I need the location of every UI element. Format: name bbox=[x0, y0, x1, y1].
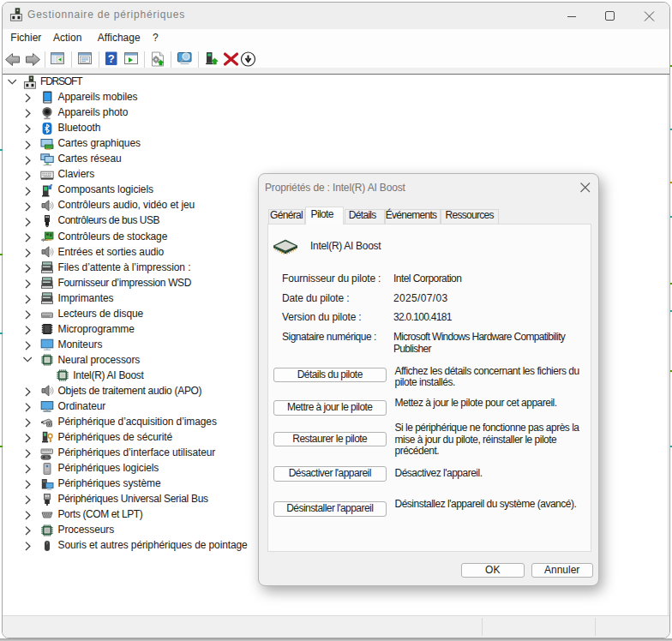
svg-text:?: ? bbox=[108, 51, 115, 64]
